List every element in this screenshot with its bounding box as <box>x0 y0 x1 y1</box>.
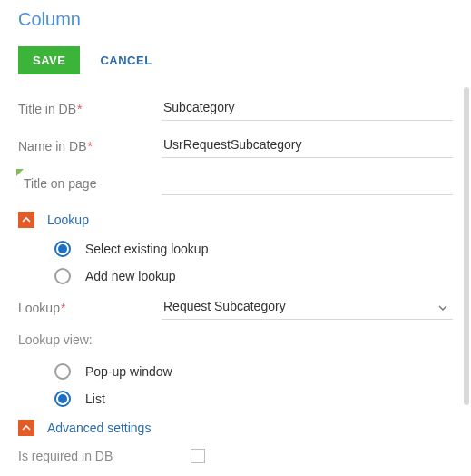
select-lookup-wrap[interactable] <box>162 295 453 320</box>
radio-label-list[interactable]: List <box>85 392 105 406</box>
radio-list[interactable] <box>54 391 71 407</box>
label-lookup-view: Lookup view: <box>18 332 93 347</box>
chevron-up-icon <box>22 423 31 432</box>
save-button[interactable]: SAVE <box>18 46 80 74</box>
radio-add-new[interactable] <box>54 268 71 284</box>
collapse-toggle-advanced[interactable] <box>18 420 34 436</box>
radio-label-popup[interactable]: Pop-up window <box>85 364 172 379</box>
input-title-in-db[interactable] <box>162 96 453 121</box>
row-title-in-db: Title in DB <box>18 96 453 121</box>
radio-row-list: List <box>54 391 453 407</box>
page-title: Column <box>18 9 453 30</box>
radio-label-add-new[interactable]: Add new lookup <box>85 269 176 283</box>
label-lookup: Lookup <box>18 301 154 315</box>
row-lookup-view: Lookup view: <box>18 332 453 347</box>
chevron-up-icon <box>22 215 31 224</box>
action-bar: SAVE CANCEL <box>18 46 453 74</box>
label-title-in-db: Title in DB <box>18 102 154 116</box>
section-lookup: Lookup <box>18 212 453 228</box>
label-name-in-db: Name in DB <box>18 139 154 154</box>
section-title-lookup[interactable]: Lookup <box>47 213 89 227</box>
select-lookup[interactable] <box>162 295 453 319</box>
input-title-on-page[interactable] <box>162 171 453 195</box>
radio-row-add-new: Add new lookup <box>54 268 453 284</box>
row-is-required: Is required in DB <box>18 449 453 463</box>
checkbox-is-required[interactable] <box>191 449 205 463</box>
section-advanced: Advanced settings <box>18 420 453 436</box>
radio-label-select-existing[interactable]: Select existing lookup <box>85 242 208 256</box>
collapse-toggle-lookup[interactable] <box>18 212 34 228</box>
scrollbar-thumb[interactable] <box>464 87 469 405</box>
column-editor-panel: Column SAVE CANCEL Title in DB Name in D… <box>0 0 471 476</box>
radio-row-select-existing: Select existing lookup <box>54 241 453 257</box>
row-title-on-page: Title on page <box>18 171 453 195</box>
cancel-button[interactable]: CANCEL <box>100 54 152 67</box>
row-name-in-db: Name in DB <box>18 134 453 158</box>
input-name-in-db[interactable] <box>162 134 453 158</box>
radio-row-popup: Pop-up window <box>54 363 453 380</box>
row-lookup-select: Lookup <box>18 295 453 320</box>
radio-popup[interactable] <box>54 363 71 380</box>
section-title-advanced[interactable]: Advanced settings <box>47 421 151 435</box>
label-is-required: Is required in DB <box>18 449 191 463</box>
label-title-on-page: Title on page <box>18 176 154 191</box>
radio-select-existing[interactable] <box>54 241 71 257</box>
